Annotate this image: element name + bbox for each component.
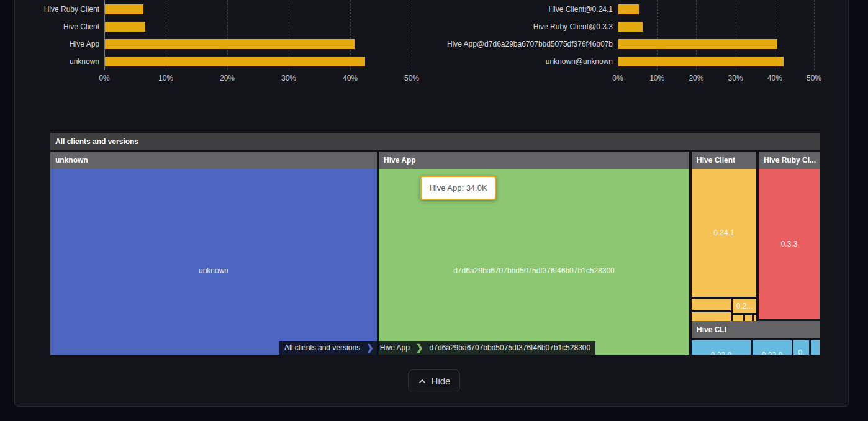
x-gridline <box>814 0 815 70</box>
bar-hive-app-d7d6a29ba6707bbd5075df376f46b07b[interactable] <box>618 39 777 49</box>
treemap-tooltip: Hive App: 34.0K <box>420 176 496 200</box>
dashboard-page: 0%10%20%30%40%50%Hive Ruby ClientHive Cl… <box>0 0 868 421</box>
bar-chart-clients-versions: 0%10%20%30%40%50%Hive Client@0.24.1Hive … <box>433 0 831 87</box>
bar-hive-client[interactable] <box>105 22 145 32</box>
treemap-section-header-hive-client[interactable]: Hive Client <box>692 152 756 169</box>
x-axis-tick-label: 0% <box>86 74 123 83</box>
x-axis-tick-label: 20% <box>677 74 715 83</box>
x-axis-tick-label: 40% <box>756 74 793 83</box>
treemap-cell[interactable]: 0. <box>793 340 809 355</box>
bar-unknown-unknown[interactable] <box>618 57 784 66</box>
x-axis-tick-label: 30% <box>270 74 307 83</box>
category-label: Hive Ruby Client@0.3.3 <box>433 22 613 32</box>
treemap-cell[interactable]: unknown <box>50 169 377 355</box>
bar-hive-ruby-client[interactable] <box>105 4 143 14</box>
treemap-cell[interactable]: 0.3.3 <box>759 169 820 319</box>
bar-hive-app[interactable] <box>105 39 355 49</box>
treemap-tooltip-text: Hive App: 34.0K <box>429 183 487 192</box>
treemap-cell[interactable] <box>733 315 743 321</box>
category-label: Hive Ruby Client <box>0 4 99 14</box>
category-label: Hive Client@0.24.1 <box>433 4 613 14</box>
treemap-section-header-hive-cli[interactable]: Hive CLI <box>692 321 820 338</box>
bar-hive-client-0-24-1[interactable] <box>618 4 639 14</box>
treemap-section-header-hive-ruby-cl-[interactable]: Hive Ruby Cl... <box>759 152 820 169</box>
bar-unknown[interactable] <box>105 57 365 66</box>
treemap-cell[interactable]: 0.2... <box>733 299 756 313</box>
chevron-up-icon <box>418 377 427 386</box>
treemap-section-header-hive-app[interactable]: Hive App <box>379 152 689 169</box>
x-axis-tick-label: 0% <box>599 74 636 83</box>
treemap-cell[interactable]: 0.23.0 <box>692 340 751 355</box>
treemap-cell[interactable] <box>745 315 752 321</box>
category-label: Hive Client <box>0 22 99 32</box>
x-axis-tick-label: 30% <box>717 74 754 83</box>
chevron-right-icon: ❯ <box>415 341 425 355</box>
category-label: Hive App <box>0 39 99 49</box>
x-axis-tick-label: 50% <box>393 74 430 83</box>
treemap-root-header[interactable]: All clients and versions <box>50 133 820 150</box>
treemap-cell[interactable] <box>692 312 731 321</box>
category-label: Hive App@d7d6a29ba6707bbd5075df376f46b07… <box>433 39 613 49</box>
hide-button-label: Hide <box>432 376 451 386</box>
hide-button[interactable]: Hide <box>408 369 460 392</box>
treemap-cell[interactable] <box>754 315 756 321</box>
chevron-right-icon: ❯ <box>365 341 375 355</box>
x-gridline <box>412 0 412 70</box>
breadcrumb-item-hive-app[interactable]: Hive App <box>375 341 415 355</box>
treemap-cell[interactable]: 0.23.0 <box>753 340 792 355</box>
treemap-breadcrumb: All clients and versions ❯ Hive App ❯ d7… <box>279 341 595 355</box>
bar-hive-ruby-client-0-3-3[interactable] <box>618 22 643 32</box>
breadcrumb-item-hash[interactable]: d7d6a29ba6707bbd5075df376f46b07b1c528300 <box>425 341 596 355</box>
x-axis-tick-label: 10% <box>638 74 676 83</box>
x-axis-tick-label: 40% <box>332 74 369 83</box>
category-label: unknown <box>0 57 99 66</box>
treemap-cell[interactable] <box>692 299 731 310</box>
treemap-all-clients-and-versions: All clients and versionsunknownunknownHi… <box>50 133 820 355</box>
treemap-section-header-unknown[interactable]: unknown <box>50 152 377 169</box>
x-axis-tick-label: 20% <box>209 74 246 83</box>
treemap-cell[interactable]: 0.24.1 <box>692 169 756 297</box>
treemap-cell[interactable] <box>811 340 820 355</box>
x-axis-tick-label: 50% <box>795 74 833 83</box>
x-axis-tick-label: 10% <box>147 74 184 83</box>
category-label: unknown@unknown <box>433 57 613 66</box>
breadcrumb-item-root[interactable]: All clients and versions <box>279 341 365 355</box>
bar-chart-clients: 0%10%20%30%40%50%Hive Ruby ClientHive Cl… <box>0 0 428 87</box>
